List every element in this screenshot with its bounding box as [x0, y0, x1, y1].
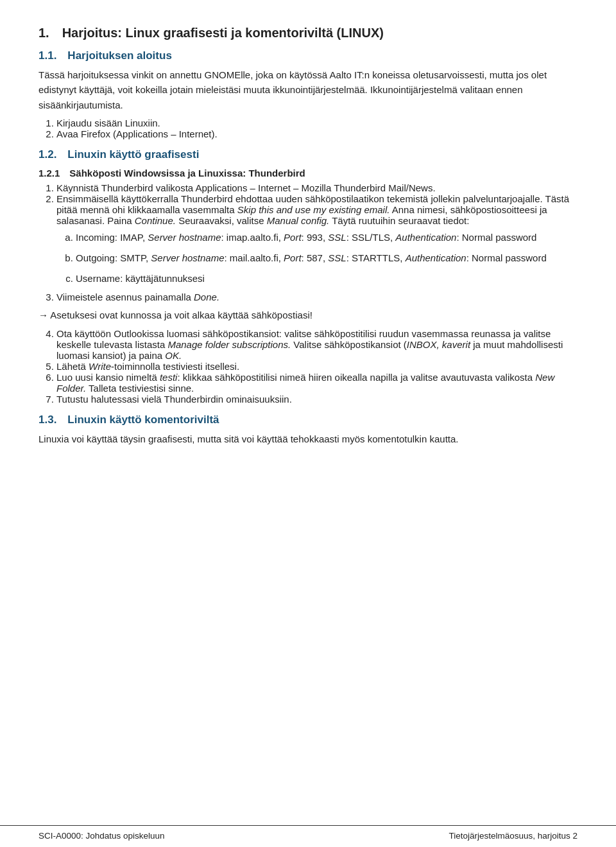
step4-italic2: INBOX, kaverit — [407, 339, 470, 350]
auth-label-b: Authentication — [406, 252, 466, 263]
list-item: Avaa Firefox (Applications – Internet). — [56, 128, 578, 139]
ssl-label-a: SSL — [328, 232, 346, 243]
auth-value-a: : Normal password — [456, 232, 536, 243]
section-1-2-heading: 1.2. Linuxin käyttö graafisesti — [38, 148, 578, 161]
step4-italic1: Manage folder subscriptions. — [167, 339, 291, 350]
list-item: Ota käyttöön Outlookissa luomasi sähköpo… — [56, 328, 578, 361]
thunderbird-steps-cont: Ota käyttöön Outlookissa luomasi sähköpo… — [56, 328, 578, 405]
server-hostname-value-b: : mail.aalto.fi, — [225, 252, 284, 263]
list-item: Ensimmäisellä käyttökerralla Thunderbird… — [56, 193, 578, 286]
step2-manual: Manual config. — [267, 215, 330, 226]
section-1-1-intro: Tässä harjoituksessa vinkit on annettu G… — [38, 67, 578, 112]
port-value-a: : 993, — [302, 232, 329, 243]
port-label-a: Port — [284, 232, 302, 243]
page-title: 1. Harjoitus: Linux graafisesti ja komen… — [38, 26, 578, 40]
step3-text: Viimeistele asennus painamalla — [56, 292, 194, 302]
list-item: Incoming: IMAP, Server hostname: imap.aa… — [76, 230, 578, 245]
list-item: Luo uusi kansio nimeltä testi: klikkaa s… — [56, 372, 578, 394]
list-item: Lähetä Write-toiminnolla testiviesti its… — [56, 361, 578, 372]
list-item: Viimeistele asennus painamalla Done. — [56, 292, 578, 302]
step2-italic1: Skip this and use my existing email. — [237, 204, 390, 215]
incoming-label: Incoming: IMAP, — [76, 232, 148, 243]
step6-after1: : klikkaa sähköpostitilisi nimeä hiiren … — [177, 372, 535, 383]
ssl-value-a: : SSL/TLS, — [346, 232, 396, 243]
step2-continue: Continue. — [135, 215, 176, 226]
list-item: Outgoing: SMTP, Server hostname: mail.aa… — [76, 250, 578, 266]
list-item: Käynnistä Thunderbird valikosta Applicat… — [56, 182, 578, 193]
step5-text: Lähetä — [56, 361, 89, 372]
server-hostname-label-a: Server hostname — [148, 232, 221, 243]
arrow-note: → Asetuksesi ovat kunnossa ja voit alkaa… — [38, 308, 578, 323]
page-footer: SCI-A0000: Johdatus opiskeluun Tietojärj… — [0, 825, 616, 847]
step6-after2: Talleta testiviestisi sinne. — [86, 383, 194, 394]
step3-done: Done. — [194, 292, 219, 302]
step5-after1: -toiminnolla testiviesti itsellesi. — [111, 361, 239, 372]
port-value-b: : 587, — [302, 252, 329, 263]
footer-right: Tietojärjestelmäosuus, harjoitus 2 — [449, 831, 578, 841]
step5-italic1: Write — [89, 361, 111, 372]
server-hostname-label-b: Server hostname — [151, 252, 224, 263]
step2-after-continue: Seuraavaksi, valitse — [176, 215, 267, 226]
section-1-3-text: Linuxia voi käyttää täysin graafisesti, … — [38, 432, 578, 446]
step4-after1: Valitse sähköpostikansiot ( — [291, 339, 407, 350]
thunderbird-steps: Käynnistä Thunderbird valikosta Applicat… — [56, 182, 578, 302]
auth-value-b: : Normal password — [466, 252, 547, 263]
footer-left: SCI-A0000: Johdatus opiskeluun — [38, 831, 165, 841]
step6-text: Luo uusi kansio nimeltä — [56, 372, 160, 383]
section-1-2-1-heading: 1.2.1 Sähköposti Windowsissa ja Linuxiss… — [38, 168, 578, 179]
step1-text: Käynnistä Thunderbird valikosta Applicat… — [56, 182, 436, 193]
server-hostname-value-a: : imap.aalto.fi, — [221, 232, 284, 243]
auth-label-a: Authentication — [395, 232, 456, 243]
username-text: Username: käyttäjätunnuksesi — [76, 273, 205, 284]
step2-after-manual: Täytä ruutuihin seuraavat tiedot: — [329, 215, 469, 226]
ssl-value-b: : STARTTLS, — [346, 252, 406, 263]
section-1-3-heading: 1.3. Linuxin käyttö komentoriviltä — [38, 414, 578, 426]
list-item: Username: käyttäjätunnuksesi — [76, 271, 578, 286]
step6-italic1: testi — [160, 372, 178, 383]
outgoing-label: Outgoing: SMTP, — [76, 252, 151, 263]
section-1-1-steps: Kirjaudu sisään Linuxiin. Avaa Firefox (… — [56, 118, 578, 139]
port-label-b: Port — [284, 252, 302, 263]
step4-italic3: OK. — [165, 350, 182, 361]
list-item: Kirjaudu sisään Linuxiin. — [56, 118, 578, 128]
step7-text: Tutustu halutessasi vielä Thunderbirdin … — [56, 394, 292, 405]
section-1-1-heading: 1.1. Harjoituksen aloitus — [38, 49, 578, 62]
list-item: Tutustu halutessasi vielä Thunderbirdin … — [56, 394, 578, 405]
ssl-label-b: SSL — [328, 252, 346, 263]
email-settings-list: Incoming: IMAP, Server hostname: imap.aa… — [76, 230, 578, 286]
